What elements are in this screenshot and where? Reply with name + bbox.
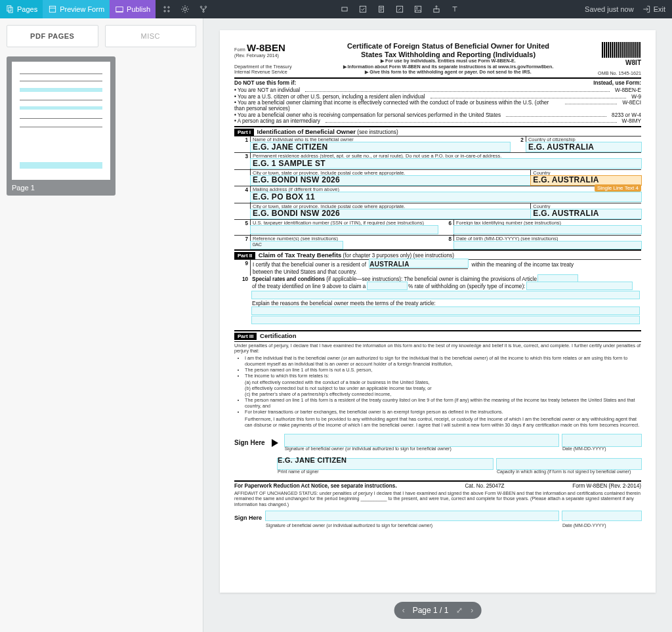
svg-point-4: [164, 7, 165, 8]
field-ftin[interactable]: [454, 226, 641, 234]
title-line-1: Certificate of Foreign Status of Benefic…: [313, 42, 583, 51]
pager-text: Page 1 / 1: [413, 606, 449, 615]
form-icon[interactable]: [377, 5, 386, 14]
publish-label: Publish: [127, 5, 150, 13]
svg-point-8: [184, 8, 187, 11]
svg-rect-0: [7, 6, 11, 11]
part3-bar: Part III: [234, 333, 257, 340]
pages-icon: [5, 5, 14, 14]
text-icon[interactable]: [450, 5, 459, 14]
tab-misc[interactable]: MISC: [105, 25, 197, 47]
checkbox-icon[interactable]: [358, 5, 368, 14]
field-capacity[interactable]: [497, 459, 641, 469]
thumbnail-label: Page 1: [12, 180, 110, 192]
flow-icon[interactable]: [199, 5, 208, 14]
expand-button[interactable]: ⤢: [456, 606, 463, 615]
donot-label: Do NOT use this form if:: [234, 80, 296, 86]
svg-rect-16: [415, 6, 421, 12]
field-citizenship-value: E.G. AUSTRALIA: [528, 143, 639, 152]
field-dob[interactable]: [454, 242, 641, 249]
preview-button[interactable]: Preview Form: [43, 0, 110, 18]
svg-point-11: [203, 11, 204, 12]
tool-group-left: [156, 0, 215, 18]
field-signature[interactable]: [285, 434, 558, 446]
form-code: W-8BEN: [247, 42, 285, 53]
field-ssn[interactable]: [251, 226, 438, 234]
edit-icon[interactable]: [395, 5, 404, 14]
use-list: • You are NOT an individualW-8BEN-E • Yo…: [234, 87, 641, 125]
instead-label: Instead, use Form:: [593, 80, 641, 86]
tool-group-center: [215, 0, 585, 18]
pager: ‹ Page 1 / 1 ⤢ ›: [394, 602, 482, 619]
barcode-icon: [602, 42, 641, 58]
sign-here-2: Sign Here: [234, 515, 262, 521]
field-income-type[interactable]: [527, 282, 632, 289]
affidavit: AFFIDAVIT OF UNCHANGED STATUS: under pen…: [234, 491, 641, 507]
tab-pdf-pages[interactable]: PDF PAGES: [7, 25, 98, 47]
w8it: W8IT: [590, 59, 641, 67]
publish-icon: [115, 5, 124, 14]
subtitle-3: ▶ Give this form to the withholding agen…: [313, 70, 583, 75]
preview-icon: [48, 5, 57, 14]
foot-mid: Cat. No. 25047Z: [465, 483, 504, 489]
field-article[interactable]: [538, 275, 578, 282]
form-rev: (Rev. February 2014): [234, 53, 306, 58]
topbar: Pages Preview Form Publish Saved just no…: [0, 0, 672, 18]
foot-left: For Paperwork Reduction Act Notice, see …: [234, 483, 397, 489]
field-income-type-2[interactable]: [252, 291, 639, 299]
gear-icon[interactable]: [180, 5, 190, 14]
apps-icon[interactable]: [162, 5, 171, 14]
svg-point-17: [416, 7, 417, 9]
rectangle-icon[interactable]: [340, 5, 349, 14]
pages-button[interactable]: Pages: [0, 0, 43, 18]
page-thumbnail[interactable]: Page 1: [7, 56, 116, 196]
exit-label: Exit: [654, 5, 665, 13]
svg-point-7: [168, 11, 169, 12]
field-name-value: E.G. JANE CITIZEN: [253, 143, 508, 152]
form-irs: Internal Revenue Service: [234, 70, 306, 75]
svg-point-9: [200, 6, 201, 7]
field-explain-2[interactable]: [252, 316, 639, 324]
svg-rect-2: [50, 6, 56, 12]
svg-point-6: [164, 11, 165, 12]
form-word: Form: [234, 47, 245, 53]
thumbnail-preview: [12, 62, 110, 180]
prev-page-button[interactable]: ‹: [402, 606, 405, 615]
field-signature-2[interactable]: [266, 511, 558, 520]
field-rate[interactable]: [368, 282, 407, 289]
canvas[interactable]: Form W-8BEN (Rev. February 2014) Departm…: [203, 18, 672, 632]
exit-button[interactable]: Exit: [642, 5, 665, 14]
app-body: PDF PAGES MISC Page 1 Form W-8BEN (Rev: [0, 18, 672, 632]
foot-right: Form W-8BEN (Rev. 2-2014): [572, 483, 641, 489]
svg-point-5: [168, 7, 169, 8]
sign-here-1: Sign Here: [234, 439, 265, 447]
saved-status: Saved just now: [585, 5, 634, 13]
cert-list: I am the individual that is the benefici…: [245, 356, 641, 415]
svg-point-10: [205, 6, 206, 7]
svg-rect-12: [342, 7, 347, 11]
upload-icon[interactable]: [432, 5, 441, 14]
cert-tail: Furthermore, I authorize this form to be…: [245, 417, 641, 428]
image-icon[interactable]: [413, 5, 423, 14]
svg-rect-3: [116, 7, 123, 12]
sidebar: PDF PAGES MISC Page 1: [0, 18, 203, 632]
document: Form W-8BEN (Rev. February 2014) Departm…: [220, 30, 656, 593]
topbar-right: Saved just now Exit: [585, 0, 672, 18]
next-page-button[interactable]: ›: [471, 606, 473, 615]
preview-label: Preview Form: [60, 5, 104, 13]
cert-intro: Under penalties of perjury, I declare th…: [234, 343, 641, 354]
sidebar-tabs: PDF PAGES MISC: [7, 25, 196, 47]
field-date[interactable]: [562, 434, 641, 446]
exit-icon: [642, 5, 651, 14]
omb: OMB No. 1545-1621: [590, 71, 641, 76]
svg-rect-1: [9, 7, 12, 12]
field-date-2[interactable]: [562, 511, 641, 520]
arrow-icon: [272, 439, 278, 447]
publish-button[interactable]: Publish: [110, 0, 156, 18]
svg-rect-13: [360, 6, 366, 12]
field-explain-1[interactable]: [252, 307, 639, 314]
part1-bar: Part I: [234, 129, 254, 136]
part2-bar: Part II: [234, 252, 255, 259]
pages-label: Pages: [17, 5, 37, 13]
